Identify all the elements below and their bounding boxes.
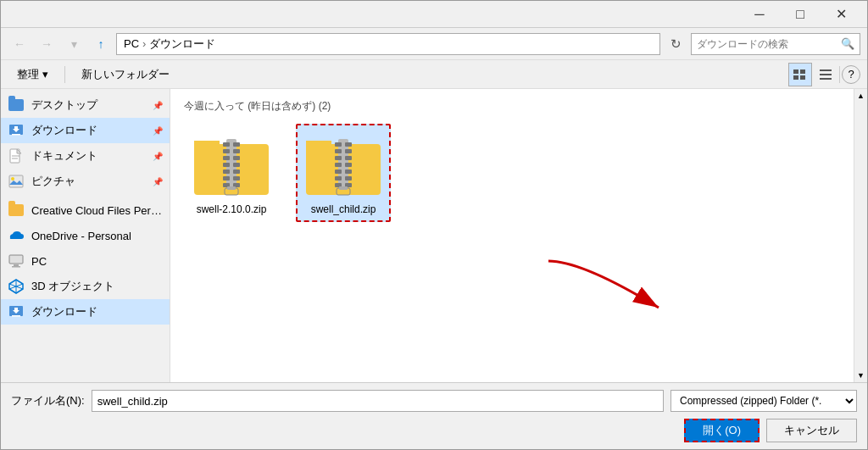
svg-rect-19: [12, 266, 20, 268]
open-button[interactable]: 開く(O): [684, 419, 760, 442]
address-path[interactable]: PC › ダウンロード: [116, 33, 660, 55]
main-area: デスクトップ 📌 ダウンロード 📌: [1, 89, 867, 382]
sidebar-item-downloads-bottom[interactable]: ダウンロード: [1, 299, 170, 325]
svg-rect-54: [345, 156, 352, 160]
search-input[interactable]: [697, 38, 841, 50]
sidebar-label-pictures: ピクチャ: [31, 174, 146, 189]
sidebar-item-desktop[interactable]: デスクトップ 📌: [1, 92, 170, 118]
back-button[interactable]: ←: [8, 32, 31, 56]
svg-rect-55: [335, 163, 342, 167]
action-row: 開く(O) キャンセル: [11, 419, 857, 442]
view-button-1[interactable]: [788, 63, 812, 86]
zip-icon-swell-child: [303, 131, 384, 198]
close-button[interactable]: ✕: [821, 1, 860, 28]
creative-cloud-icon: [8, 203, 25, 217]
svg-rect-9: [12, 134, 20, 136]
sidebar-label-downloads-top: ダウンロード: [31, 123, 146, 138]
organize-label: 整理: [17, 67, 39, 82]
svg-rect-56: [345, 163, 352, 167]
scroll-track[interactable]: [854, 103, 868, 369]
scroll-up-button[interactable]: ▲: [854, 89, 868, 103]
sidebar-label-downloads-bottom: ダウンロード: [31, 304, 163, 319]
filename-label: ファイル名(N):: [11, 393, 85, 408]
minimize-button[interactable]: ─: [740, 1, 779, 28]
pin-icon-pictures: 📌: [153, 177, 163, 186]
forward-button[interactable]: →: [35, 32, 58, 56]
title-bar-buttons: ─ □ ✕: [740, 1, 860, 28]
path-segment-downloads[interactable]: ダウンロード: [149, 36, 215, 52]
file-item-swell-2100[interactable]: swell-2.10.0.zip: [184, 124, 279, 222]
onedrive-icon: [8, 229, 25, 242]
refresh-button[interactable]: ↻: [664, 32, 687, 56]
svg-rect-40: [223, 176, 230, 181]
svg-rect-32: [223, 149, 230, 153]
view-icon-1: [793, 69, 807, 80]
group-header: 今週に入って (昨日は含めず) (2): [184, 99, 840, 114]
sidebar-item-documents[interactable]: ドキュメント 📌: [1, 143, 170, 169]
new-folder-button[interactable]: 新しいフォルダー: [72, 64, 179, 86]
help-button[interactable]: ?: [842, 65, 860, 84]
download-bottom-icon: [8, 305, 25, 319]
sidebar-item-downloads-top[interactable]: ダウンロード 📌: [1, 118, 170, 143]
svg-rect-2: [793, 75, 798, 80]
svg-rect-6: [820, 78, 832, 80]
file-item-swell-child[interactable]: swell_child.zip: [296, 124, 391, 222]
sidebar-label-3d: 3D オブジェクト: [31, 279, 163, 294]
svg-rect-41: [233, 176, 240, 181]
file-open-dialog: ─ □ ✕ ← → ▾ ↑ PC › ダウンロード ↻ 🔍 整理 ▾ 新しいフォ…: [0, 0, 868, 450]
sidebar-item-pictures[interactable]: ピクチャ 📌: [1, 169, 170, 194]
sidebar-item-pc[interactable]: PC: [1, 248, 170, 274]
new-folder-label: 新しいフォルダー: [81, 67, 170, 82]
svg-point-15: [11, 177, 14, 181]
sidebar-wrapper: デスクトップ 📌 ダウンロード 📌: [1, 89, 170, 382]
cancel-button[interactable]: キャンセル: [766, 419, 857, 442]
up-button[interactable]: ↑: [89, 32, 113, 56]
content-area: 今週に入って (昨日は含めず) (2): [170, 89, 854, 382]
svg-rect-59: [335, 176, 342, 181]
view-controls: ?: [788, 63, 860, 86]
toolbar-separator: [64, 66, 65, 83]
view-button-2[interactable]: [814, 63, 837, 86]
svg-rect-4: [820, 69, 832, 71]
organize-button[interactable]: 整理 ▾: [8, 64, 58, 86]
path-segment-pc[interactable]: PC: [124, 37, 139, 50]
svg-rect-5: [820, 74, 832, 75]
svg-rect-60: [345, 176, 352, 181]
svg-rect-35: [233, 156, 240, 160]
organize-arrow-icon: ▾: [42, 68, 48, 81]
title-bar: ─ □ ✕: [1, 1, 867, 28]
maximize-button[interactable]: □: [781, 1, 820, 28]
svg-rect-47: [306, 141, 331, 149]
svg-rect-50: [345, 142, 352, 147]
svg-rect-30: [223, 142, 230, 147]
svg-rect-51: [335, 149, 342, 153]
help-icon: ?: [848, 68, 854, 81]
svg-rect-64: [339, 186, 348, 190]
svg-rect-57: [335, 169, 342, 174]
scroll-down-button[interactable]: ▼: [854, 369, 868, 382]
svg-rect-3: [800, 75, 805, 80]
sidebar: デスクトップ 📌 ダウンロード 📌: [1, 89, 170, 382]
sidebar-item-creative-cloud[interactable]: Creative Cloud Files Persona: [1, 197, 170, 223]
dropdown-button[interactable]: ▾: [62, 32, 86, 56]
right-scrollbar[interactable]: ▲ ▼: [854, 89, 867, 382]
svg-rect-39: [233, 169, 240, 174]
path-separator-1: ›: [142, 37, 146, 50]
filetype-select[interactable]: Compressed (zipped) Folder (*.: [670, 390, 857, 412]
address-bar: ← → ▾ ↑ PC › ダウンロード ↻ 🔍: [1, 28, 867, 60]
svg-rect-18: [14, 264, 19, 266]
svg-rect-14: [9, 175, 23, 187]
svg-rect-0: [793, 69, 798, 74]
content-inner: 今週に入って (昨日は含めず) (2): [170, 89, 854, 382]
pc-icon: [8, 254, 25, 268]
svg-rect-33: [233, 149, 240, 153]
desktop-icon: [8, 98, 25, 112]
sidebar-item-onedrive[interactable]: OneDrive - Personal: [1, 223, 170, 248]
pin-icon-desktop: 📌: [153, 101, 163, 110]
sidebar-label-documents: ドキュメント: [31, 148, 146, 164]
sidebar-item-3d[interactable]: 3D オブジェクト: [1, 274, 170, 299]
svg-rect-49: [335, 142, 342, 147]
sidebar-label-creative-cloud: Creative Cloud Files Persona: [31, 204, 163, 217]
filename-input[interactable]: [92, 390, 664, 412]
view-icon-2: [820, 69, 832, 80]
